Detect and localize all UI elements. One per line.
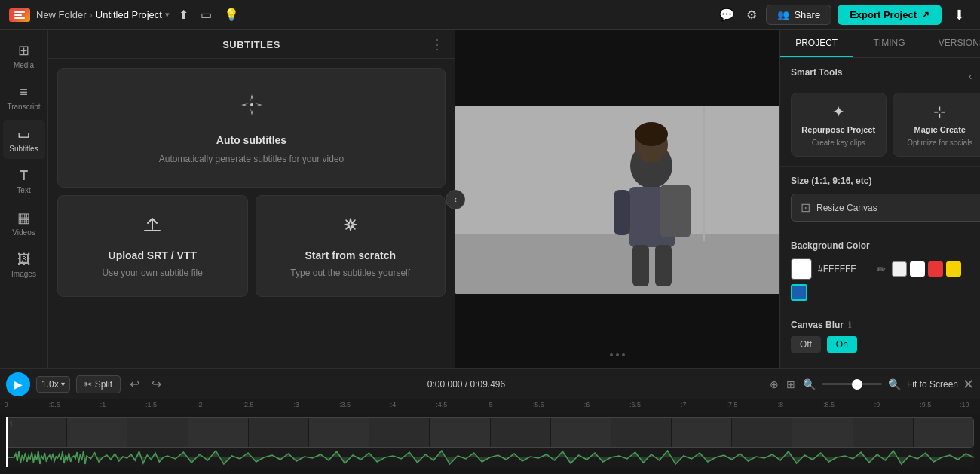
swatch-yellow[interactable] — [946, 261, 961, 277]
repurpose-title: Repurpose Project — [801, 125, 875, 134]
scratch-card[interactable]: Start from scratch Type out the subtitle… — [256, 195, 446, 297]
sidebar-item-transcript[interactable]: ≡ Transcript — [3, 78, 45, 117]
scratch-icon — [340, 214, 361, 240]
svg-rect-2 — [455, 234, 779, 294]
ruler-mark-0.5: :0.5 — [49, 401, 60, 408]
panel-more-button[interactable]: ⋮ — [430, 36, 444, 53]
swatch-white2[interactable] — [910, 261, 925, 277]
waveform — [6, 448, 974, 467]
export-button[interactable]: Export Project ↗ — [838, 5, 942, 25]
undo-button[interactable]: ↩ — [127, 375, 142, 393]
magic-icon: ⊹ — [933, 102, 946, 121]
folder-link[interactable]: New Folder — [36, 9, 86, 20]
fit-screen-button[interactable]: Fit to Screen — [907, 379, 958, 390]
ruler-mark-8.5: :8.5 — [823, 401, 835, 408]
sidebar-item-subtitles[interactable]: ▭ Subtitles — [3, 120, 45, 159]
split-icon: ✂ — [84, 379, 92, 390]
subtitles-panel: SUBTITLES ⋮ Auto subtitles Automatically… — [48, 30, 455, 368]
sidebar-item-images[interactable]: 🖼 Images — [3, 246, 45, 284]
tab-project[interactable]: PROJECT — [780, 30, 853, 57]
swatch-red[interactable] — [928, 261, 943, 277]
export-icon-btn[interactable]: ⬆ — [176, 5, 191, 25]
close-timeline-button[interactable]: ✕ — [963, 376, 974, 393]
upload-srt-title: Upload SRT / VTT — [109, 249, 197, 261]
sidebar-item-text[interactable]: T Text — [3, 162, 45, 200]
download-button[interactable]: ⬇ — [948, 4, 971, 26]
timeline-frames[interactable] — [6, 417, 974, 448]
canvas-blur-title: Canvas Blur — [791, 320, 844, 330]
canvas-blur-section: Canvas Blur ℹ Off On — [780, 310, 980, 362]
ruler-mark-2.5: :2.5 — [242, 401, 253, 408]
zoom-slider[interactable] — [822, 383, 882, 385]
subtitles-icon: ▭ — [17, 126, 30, 142]
smart-tools-title: Smart Tools — [791, 67, 842, 78]
svg-rect-10 — [632, 245, 649, 286]
ruler-mark-10: :10 — [960, 401, 969, 408]
color-swatch-row2 — [791, 284, 980, 301]
blur-off-button[interactable]: Off — [791, 336, 821, 353]
media-label: Media — [14, 61, 34, 69]
repurpose-icon: ✦ — [832, 102, 845, 121]
blur-on-button[interactable]: On — [827, 336, 857, 353]
zoom-in-icon[interactable]: 🔍 — [887, 377, 902, 392]
redo-button[interactable]: ↪ — [149, 375, 164, 393]
time-current: 0:00.000 — [427, 379, 463, 390]
ruler-mark-9.5: :9.5 — [920, 401, 931, 408]
smart-tools-nav: Smart Tools ‹ › — [791, 67, 980, 85]
split-button[interactable]: ✂ Split — [76, 375, 121, 393]
subtitles-title: SUBTITLES — [60, 39, 443, 50]
ruler-mark-4.5: :4.5 — [436, 401, 447, 408]
color-edit-icon[interactable]: ✏ — [877, 263, 886, 275]
swatch-blue[interactable] — [791, 284, 807, 301]
panel-collapse-button[interactable]: ‹ — [446, 190, 465, 209]
split-label: Split — [95, 379, 112, 390]
resize-icon: ⊡ — [801, 200, 810, 215]
play-button[interactable]: ▶ — [6, 372, 30, 396]
svg-point-0 — [250, 103, 253, 106]
settings-icon-btn[interactable]: ⚙ — [743, 5, 760, 25]
project-chevron: ▾ — [165, 10, 170, 20]
comment-icon-btn[interactable]: 💬 — [716, 5, 737, 25]
ruler-mark-3: :3 — [293, 401, 299, 408]
right-panel-tabs: PROJECT TIMING VERSIONS — [780, 30, 980, 58]
canvas-blur-info[interactable]: ℹ — [848, 320, 852, 330]
sidebar-item-media[interactable]: ⊞ Media — [3, 36, 45, 75]
upload-srt-desc: Use your own subtitle file — [103, 268, 203, 278]
resize-canvas-button[interactable]: ⊡ Resize Canvas — [791, 194, 980, 222]
ruler-marks-container: 0 :0.5 :1 :1.5 :2 :2.5 :3 :3.5 :4 :4.5 :… — [6, 401, 974, 413]
swatch-white[interactable] — [892, 261, 907, 277]
share-button[interactable]: 👥 Share — [766, 5, 831, 25]
subtitle-icon-btn[interactable]: ▭ — [198, 5, 215, 25]
smart-tools-prev[interactable]: ‹ — [966, 69, 975, 84]
resize-label: Resize Canvas — [816, 203, 877, 213]
video-content — [455, 106, 779, 294]
auto-subtitles-icon — [238, 91, 265, 124]
playhead[interactable] — [6, 417, 8, 467]
zoom-out-icon[interactable]: 🔍 — [801, 377, 817, 392]
share-label: Share — [794, 9, 820, 20]
tab-timing[interactable]: TIMING — [853, 30, 925, 57]
timeline-bar: ▶ 1.0x ▾ ✂ Split ↩ ↪ 0:00.000 / 0:09.496… — [0, 368, 980, 399]
auto-subtitles-title: Auto subtitles — [216, 134, 286, 146]
svg-rect-7 — [614, 190, 630, 235]
fit-all-icon[interactable]: ⊞ — [785, 377, 797, 392]
scratch-title: Start from scratch — [305, 249, 396, 261]
auto-subtitles-card[interactable]: Auto subtitles Automatically generate su… — [57, 68, 446, 188]
color-preview[interactable] — [791, 258, 812, 280]
sidebar: ⊞ Media ≡ Transcript ▭ Subtitles T Text … — [0, 30, 48, 368]
ruler-mark-5: :5 — [487, 401, 493, 408]
magic-create-card[interactable]: ⊹ Magic Create Optimize for socials — [893, 93, 981, 157]
project-name[interactable]: Untitled Project — [96, 9, 162, 20]
upload-srt-card[interactable]: Upload SRT / VTT Use your own subtitle f… — [57, 195, 248, 297]
repurpose-card[interactable]: ✦ Repurpose Project Create key clips — [791, 93, 887, 157]
speed-selector[interactable]: 1.0x ▾ — [36, 376, 70, 393]
size-section: Size (1:1, 9:16, etc) ⊡ Resize Canvas — [780, 167, 980, 231]
lightbulb-icon-btn[interactable]: 💡 — [221, 5, 242, 25]
ruler-mark-7: :7 — [681, 401, 687, 408]
magnetic-snap-icon[interactable]: ⊕ — [768, 377, 780, 392]
video-area — [455, 30, 779, 368]
ruler-mark-5.5: :5.5 — [533, 401, 544, 408]
tab-versions[interactable]: VERSIONS — [926, 30, 980, 57]
magic-title: Magic Create — [914, 125, 966, 134]
sidebar-item-videos[interactable]: ▦ Videos — [3, 203, 45, 243]
